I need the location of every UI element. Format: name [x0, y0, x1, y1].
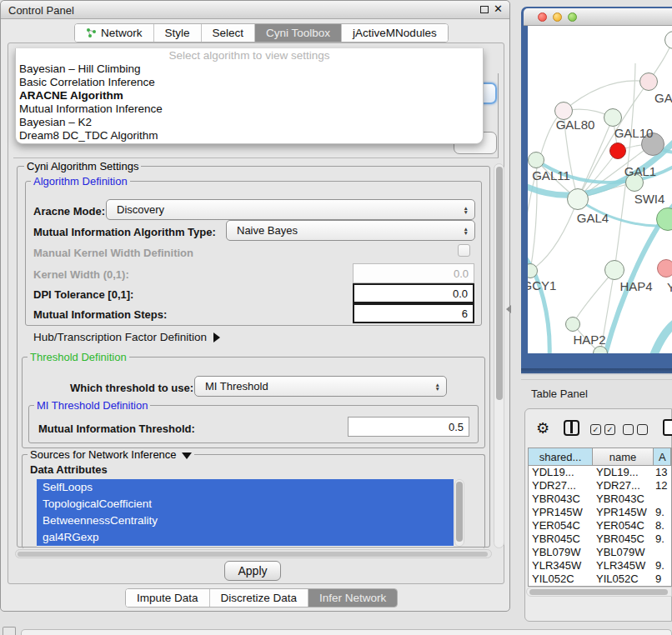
tab-discretize-data[interactable]: Discretize Data: [210, 589, 309, 607]
algorithm-definition-title: Algorithm Definition: [31, 175, 130, 188]
tab-style[interactable]: Style: [154, 24, 202, 42]
tab-infer-network[interactable]: Infer Network: [308, 589, 397, 607]
menu-item[interactable]: Dream8 DC_TDC Algorithm: [16, 129, 483, 142]
network-window-titlebar[interactable]: [524, 8, 672, 26]
apply-button[interactable]: Apply: [224, 561, 281, 581]
network-canvas[interactable]: GAL80 GAL10 GAL1 GAL11 GAL4 SWI4 GCY1 HA…: [528, 26, 672, 353]
close-icon[interactable]: ✕: [494, 2, 503, 15]
network-node-gal4[interactable]: [567, 188, 589, 210]
mi-type-combo[interactable]: Naive Bayes ▲▼: [226, 220, 475, 241]
menu-item[interactable]: Basic Correlation Inference: [16, 76, 483, 89]
manual-kernel-checkbox[interactable]: [458, 244, 470, 257]
mi-steps-label: Mutual Information Steps:: [33, 308, 167, 321]
network-icon: [86, 28, 97, 38]
menu-item[interactable]: Mutual Information Inference: [16, 102, 483, 116]
network-node-gal11[interactable]: [528, 152, 544, 168]
hub-definition-expander[interactable]: Hub/Transcription Factor Definition: [33, 331, 220, 343]
menu-item-aracne[interactable]: ARACNE Algorithm: [16, 89, 483, 102]
tab-impute-data[interactable]: Impute Data: [126, 589, 210, 607]
which-threshold-combo[interactable]: MI Threshold ▲▼: [194, 376, 447, 397]
list-item[interactable]: SelfLoops: [37, 479, 454, 496]
bottom-corner-widget: [3, 627, 16, 635]
which-threshold-label: Which threshold to use:: [70, 382, 193, 394]
sources-group-title[interactable]: Sources for Network Inference: [28, 448, 194, 461]
spinner-arrows-icon: ▲▼: [464, 206, 469, 214]
split-view-icon[interactable]: [564, 420, 579, 436]
table-row[interactable]: YDL19...YDL19...13: [529, 466, 671, 479]
menu-item[interactable]: Bayesian – K2: [16, 116, 483, 129]
float-panel-icon[interactable]: [480, 6, 489, 13]
select-all-checkbox-icon[interactable]: ✓: [590, 424, 601, 435]
table-header-row: shared... name A: [529, 448, 671, 466]
mi-threshold-label: Mutual Information Threshold:: [38, 422, 195, 435]
column-header-name[interactable]: name: [593, 448, 654, 465]
network-node-gal-partial[interactable]: [639, 72, 658, 91]
node-label-hap2: HAP2: [573, 332, 605, 347]
kernel-width-label: Kernel Width (0,1):: [33, 268, 129, 281]
dpi-tolerance-label: DPI Tolerance [0,1]:: [33, 288, 133, 301]
table-horizontal-scrollbar[interactable]: [526, 587, 672, 597]
gear-icon[interactable]: ⚙: [536, 419, 549, 438]
menu-item[interactable]: Bayesian – Hill Climbing: [16, 62, 483, 76]
list-item[interactable]: gal4RGexp: [37, 529, 454, 546]
control-panel-titlebar[interactable]: Control Panel ✕: [1, 1, 509, 19]
control-panel-title: Control Panel: [8, 4, 74, 17]
table-row[interactable]: YLR345WYLR345W9.: [529, 559, 671, 572]
node-label-swi4: SWI4: [634, 192, 665, 206]
panel-divider-fragment: [13, 158, 499, 158]
mi-steps-field[interactable]: 6: [353, 303, 474, 323]
screen: Control Panel ✕ Network Style Select: [0, 0, 672, 635]
table-row[interactable]: YPR145WYPR145W9.: [529, 506, 671, 519]
network-node-red[interactable]: [609, 142, 626, 159]
table-row[interactable]: YER054CYER054C8.: [529, 519, 671, 532]
dropdown-prompt: Select algorithm to view settings: [16, 48, 483, 62]
node-label-gal11: GAL11: [532, 168, 570, 182]
network-node-gal10[interactable]: [604, 108, 622, 127]
expander-expanded-icon: [182, 452, 192, 459]
threshold-definition-title: Threshold Definition: [28, 351, 129, 363]
node-label-gal1: GAL1: [624, 164, 656, 178]
network-window: GAL80 GAL10 GAL1 GAL11 GAL4 SWI4 GCY1 HA…: [521, 7, 672, 373]
network-node-hap4[interactable]: [604, 260, 624, 280]
list-item[interactable]: TopologicalCoefficient: [37, 496, 454, 512]
column-header-clipped[interactable]: A: [654, 448, 671, 465]
list-item[interactable]: BetweennessCentrality: [37, 512, 454, 529]
table-row[interactable]: YBR045CYBR045C9.: [529, 532, 671, 546]
spinner-arrows-icon: ▲▼: [464, 227, 469, 235]
mi-threshold-group-title: MI Threshold Definition: [34, 399, 150, 412]
aracne-mode-label: Aracne Mode:: [33, 205, 105, 218]
table-row[interactable]: YBL079WYBL079W: [529, 546, 671, 559]
minimize-traffic-light-icon[interactable]: [553, 12, 562, 22]
tab-jactivemnodules[interactable]: jActiveMNodules: [342, 24, 448, 42]
tab-select[interactable]: Select: [202, 24, 256, 42]
mi-threshold-field[interactable]: 0.5: [348, 417, 469, 437]
network-node-hap2[interactable]: [565, 317, 580, 332]
network-node-salmon[interactable]: [657, 259, 672, 278]
mi-type-label: Mutual Information Algorithm Type:: [33, 226, 216, 238]
kernel-width-field[interactable]: 0.0: [353, 263, 474, 283]
export-table-icon[interactable]: [663, 419, 672, 436]
node-label-gal10: GAL10: [614, 126, 654, 140]
node-label-y-partial: Y: [667, 280, 672, 294]
table-row[interactable]: YDR27...YDR27...12: [529, 479, 671, 492]
algorithm-dropdown-popup: Select algorithm to view settings Bayesi…: [15, 48, 484, 144]
deselect-all-checkbox-icon[interactable]: [637, 424, 648, 435]
settings-horizontal-scrollbar[interactable]: [15, 549, 492, 558]
attributes-list-scrollbar[interactable]: [454, 479, 464, 547]
dpi-tolerance-field[interactable]: 0.0: [353, 283, 474, 303]
column-header-shared-name[interactable]: shared...: [529, 448, 593, 465]
settings-vertical-scrollbar[interactable]: [494, 163, 504, 548]
data-attributes-list[interactable]: SelfLoops TopologicalCoefficient Between…: [37, 479, 454, 547]
tab-network[interactable]: Network: [75, 24, 154, 42]
zoom-traffic-light-icon[interactable]: [568, 12, 577, 22]
split-collapse-icon[interactable]: [506, 305, 511, 313]
network-window-shadow: [521, 368, 672, 375]
node-label-hap4: HAP4: [619, 279, 652, 293]
table-row[interactable]: YBR043CYBR043C: [529, 492, 671, 506]
aracne-mode-combo[interactable]: Discovery ▲▼: [106, 199, 475, 220]
table-row[interactable]: YIL052CYIL052C9: [529, 572, 671, 586]
deselect-all-checkbox-icon[interactable]: [623, 424, 634, 435]
select-all-checkbox-icon[interactable]: ✓: [604, 424, 615, 435]
tab-cyni-toolbox[interactable]: Cyni Toolbox: [255, 24, 342, 42]
close-traffic-light-icon[interactable]: [538, 12, 547, 22]
